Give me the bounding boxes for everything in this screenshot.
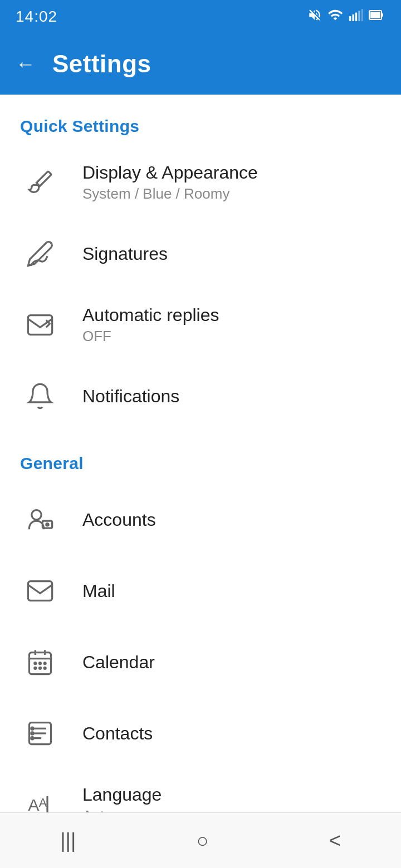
svg-point-27 bbox=[31, 727, 33, 729]
contacts-item[interactable]: Contacts bbox=[0, 698, 401, 769]
mail-text: Mail bbox=[82, 581, 115, 601]
contacts-text: Contacts bbox=[82, 723, 153, 744]
notifications-text: Notifications bbox=[82, 386, 179, 407]
svg-point-21 bbox=[39, 667, 41, 669]
page-title: Settings bbox=[52, 50, 151, 78]
display-appearance-subtitle: System / Blue / Roomy bbox=[82, 185, 258, 203]
person-badge-icon bbox=[20, 500, 60, 540]
nav-menu-button[interactable]: ||| bbox=[43, 823, 92, 858]
mail-title: Mail bbox=[82, 581, 115, 601]
svg-rect-12 bbox=[28, 581, 52, 601]
svg-point-17 bbox=[35, 663, 36, 664]
svg-rect-0 bbox=[349, 16, 351, 21]
envelope-icon bbox=[20, 571, 60, 611]
status-time: 14:02 bbox=[16, 8, 57, 26]
signatures-item[interactable]: Signatures bbox=[0, 218, 401, 289]
contacts-icon bbox=[20, 713, 60, 753]
svg-point-19 bbox=[44, 663, 46, 664]
battery-icon bbox=[369, 8, 385, 26]
back-button[interactable]: ← bbox=[16, 54, 36, 74]
calendar-item[interactable]: Calendar bbox=[0, 627, 401, 698]
automatic-replies-title: Automatic replies bbox=[82, 305, 219, 326]
calendar-title: Calendar bbox=[82, 652, 155, 673]
svg-rect-7 bbox=[370, 12, 380, 18]
svg-point-11 bbox=[46, 524, 48, 526]
status-icons bbox=[307, 7, 385, 26]
svg-rect-4 bbox=[361, 9, 363, 21]
svg-point-9 bbox=[32, 510, 41, 520]
svg-text:A: A bbox=[28, 796, 40, 814]
accounts-text: Accounts bbox=[82, 510, 156, 530]
status-bar: 14:02 bbox=[0, 0, 401, 33]
display-appearance-item[interactable]: Display & Appearance System / Blue / Roo… bbox=[0, 147, 401, 218]
signatures-title: Signatures bbox=[82, 244, 168, 264]
svg-point-29 bbox=[31, 737, 33, 739]
accounts-item[interactable]: Accounts bbox=[0, 484, 401, 555]
paintbrush-icon bbox=[20, 162, 60, 203]
display-appearance-text: Display & Appearance System / Blue / Roo… bbox=[82, 162, 258, 203]
automatic-replies-subtitle: OFF bbox=[82, 328, 219, 345]
svg-text:A: A bbox=[39, 796, 47, 810]
nav-back-button[interactable]: < bbox=[312, 823, 358, 858]
settings-content: Quick Settings Display & Appearance Syst… bbox=[0, 95, 401, 840]
auto-reply-icon bbox=[20, 305, 60, 345]
language-title: Language bbox=[82, 785, 162, 805]
app-header: ← Settings bbox=[0, 33, 401, 95]
signature-icon bbox=[20, 234, 60, 274]
calendar-icon bbox=[20, 642, 60, 682]
general-header: General bbox=[0, 432, 401, 484]
quick-settings-header: Quick Settings bbox=[0, 95, 401, 147]
svg-point-18 bbox=[39, 663, 41, 664]
automatic-replies-item[interactable]: Automatic replies OFF bbox=[0, 289, 401, 361]
svg-rect-2 bbox=[355, 13, 357, 21]
svg-rect-6 bbox=[382, 13, 383, 17]
display-appearance-title: Display & Appearance bbox=[82, 162, 258, 183]
signal-icon bbox=[349, 8, 363, 26]
svg-point-28 bbox=[31, 732, 33, 734]
accounts-title: Accounts bbox=[82, 510, 156, 530]
nav-home-button[interactable]: ○ bbox=[180, 823, 226, 858]
wifi-icon bbox=[327, 7, 343, 26]
mute-icon bbox=[307, 8, 322, 26]
notifications-item[interactable]: Notifications bbox=[0, 361, 401, 432]
bell-icon bbox=[20, 376, 60, 416]
svg-point-20 bbox=[35, 667, 36, 669]
signatures-text: Signatures bbox=[82, 244, 168, 264]
calendar-text: Calendar bbox=[82, 652, 155, 673]
mail-item[interactable]: Mail bbox=[0, 555, 401, 627]
notifications-title: Notifications bbox=[82, 386, 179, 407]
bottom-nav: ||| ○ < bbox=[0, 812, 401, 868]
contacts-title: Contacts bbox=[82, 723, 153, 744]
svg-point-22 bbox=[44, 667, 46, 669]
automatic-replies-text: Automatic replies OFF bbox=[82, 305, 219, 345]
svg-rect-1 bbox=[353, 14, 354, 21]
svg-rect-3 bbox=[358, 11, 360, 21]
